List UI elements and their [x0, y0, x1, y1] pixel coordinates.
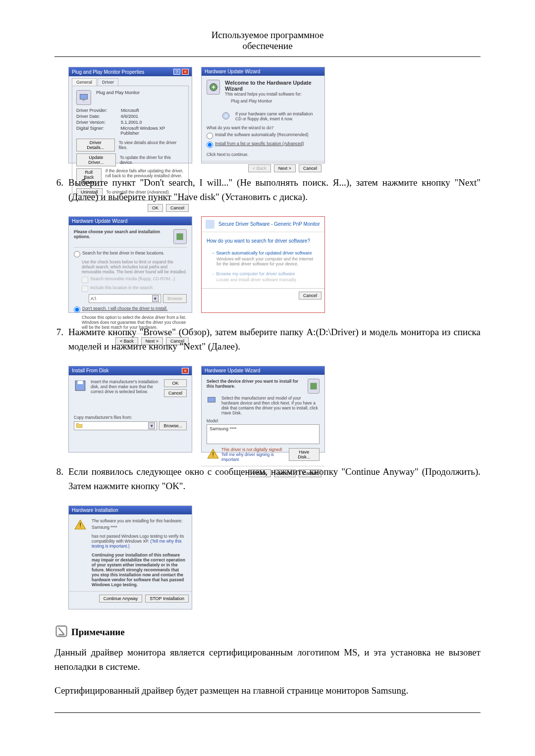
copy-from-label: Copy manufacturer's files from:	[74, 415, 187, 420]
step-text: Нажмите кнопку "Browse" (Обзор), затем в…	[68, 325, 481, 354]
monitor-icon	[76, 90, 91, 105]
svg-rect-9	[208, 397, 215, 402]
figure-install-from-disk: Install From Disk × Insert the manufactu…	[68, 366, 192, 453]
opt-auto-desc: Windows will search your computer and th…	[216, 256, 316, 266]
question: How do you want to search for driver sof…	[207, 238, 320, 244]
model-list[interactable]: Samsung ****	[207, 424, 320, 444]
dont-search-label: Don't search. I will choose the driver t…	[82, 306, 167, 311]
install-auto-radio[interactable]	[207, 133, 213, 139]
figure-hardware-update-wizard-welcome: Hardware Update Wizard Welcome to the Ha…	[201, 67, 325, 163]
cancel-button[interactable]: Cancel	[299, 164, 321, 172]
wizard-icon	[207, 80, 220, 95]
step-number: 8.	[54, 464, 68, 494]
opt-browse-desc: Locate and install driver software manua…	[216, 277, 316, 282]
folder-icon	[76, 422, 83, 429]
close-icon[interactable]: ×	[182, 69, 189, 75]
chevron-down-icon[interactable]: ▾	[148, 422, 155, 429]
select-heading: Select the device driver you want to ins…	[207, 379, 303, 389]
browse-button[interactable]: Browse...	[159, 421, 187, 430]
date-label: Driver Date:	[76, 114, 116, 119]
cd-icon	[221, 111, 230, 121]
figure-hardware-installation-warning: Hardware Installation ! The software you…	[68, 505, 192, 609]
warning-icon: !	[207, 448, 219, 461]
wizard-icon	[173, 229, 187, 244]
help-icon[interactable]: ?	[173, 69, 180, 75]
welcome-device: Plug and Play Monitor	[231, 99, 320, 103]
not-signed-warn: This driver is not digitally signed!	[221, 447, 287, 452]
note-label: Примечание	[71, 627, 125, 638]
step-number: 7.	[54, 325, 68, 354]
update-driver-button[interactable]: Update Driver...	[76, 153, 116, 166]
svg-rect-8	[310, 383, 317, 389]
chevron-down-icon: ▾	[152, 295, 159, 302]
crumb: Secure Driver Software - Generic PnP Mon…	[218, 221, 320, 227]
figure-vista-search: Secure Driver Software - Generic PnP Mon…	[201, 216, 325, 313]
tab-driver[interactable]: Driver	[98, 78, 118, 86]
signer-value: Microsoft Windows XP Publisher	[120, 126, 184, 136]
include-location-label: Include this location in the search:	[90, 285, 154, 290]
ok-button[interactable]: OK	[164, 379, 187, 387]
browse-button: Browse	[163, 294, 187, 303]
step-text: Выберите пункт "Don't search, I will..."…	[68, 175, 481, 204]
have-disk-button[interactable]: Have Disk...	[289, 448, 320, 461]
device-heading: Plug and Play Monitor	[96, 90, 140, 95]
titlebar: Hardware Update Wizard	[202, 67, 324, 76]
svg-rect-5	[177, 233, 183, 240]
stop-installation-button[interactable]: STOP Installation	[145, 595, 189, 603]
figure-search-options: Hardware Update Wizard Please choose you…	[68, 216, 192, 313]
search-removable-check	[82, 277, 88, 283]
version-label: Driver Version:	[76, 120, 116, 125]
monitor-icon	[207, 396, 216, 406]
window-title: Install From Disk	[72, 368, 108, 373]
close-icon[interactable]: ×	[182, 368, 189, 374]
search-best-radio[interactable]	[74, 251, 80, 257]
warning-icon: !	[74, 518, 87, 587]
header-line-1: Используемое программное	[54, 30, 481, 41]
install-auto-label: Install the software automatically (Reco…	[215, 132, 309, 137]
opt-auto-title[interactable]: → Search automatically for updated drive…	[211, 251, 316, 255]
svg-rect-0	[80, 94, 88, 99]
window-title: Hardware Update Wizard	[205, 368, 260, 373]
click-next-hint: Click Next to continue.	[207, 152, 320, 157]
provider-label: Driver Provider:	[76, 108, 116, 113]
search-removable-label: Search removable media (floppy, CD-ROM..…	[90, 276, 175, 281]
install-list-radio[interactable]	[207, 142, 213, 148]
details-desc: To view details about the driver files.	[119, 140, 184, 150]
page-header: Используемое программное обеспечение	[54, 25, 481, 57]
next-button[interactable]: Next >	[274, 164, 296, 172]
cancel-button[interactable]: Cancel	[164, 389, 187, 397]
version-value: 5.1.2001.0	[121, 120, 142, 125]
window-title: Plug and Play Monitor Properties	[72, 69, 144, 75]
svg-text:!: !	[79, 521, 81, 529]
install-list-label: Install from a list or specific location…	[215, 141, 304, 146]
warn-line1: The software you are installing for this…	[92, 518, 187, 523]
opt-browse-title[interactable]: → Browse my computer for driver software	[211, 271, 316, 276]
warn-device: Samsung ****	[92, 525, 187, 530]
svg-text:!: !	[212, 451, 214, 458]
step-6: 6. Выберите пункт "Don't search, I will.…	[54, 175, 481, 204]
cancel-button[interactable]: Cancel	[166, 204, 189, 212]
figure-select-driver: Hardware Update Wizard Select the device…	[201, 366, 325, 453]
update-desc: To update the driver for this device.	[120, 155, 184, 165]
select-desc: Select the manufacturer and model of you…	[221, 396, 320, 415]
tab-general[interactable]: General	[72, 78, 97, 86]
ok-button[interactable]: OK	[148, 204, 163, 212]
search-heading: Please choose your search and installati…	[74, 229, 168, 239]
step-text: Если появилось следующее окно с сообщени…	[68, 464, 481, 494]
signing-link[interactable]: Tell me why driver signing is important	[221, 452, 274, 462]
wizard-icon	[308, 379, 320, 394]
driver-details-button[interactable]: Driver Details...	[76, 139, 115, 151]
disk-msg: Insert the manufacturer's installation d…	[91, 379, 160, 397]
step-8: 8. Если появилось следующее окно с сообщ…	[54, 464, 481, 494]
window-title: Hardware Update Wizard	[72, 218, 127, 224]
wizard-ask: What do you want the wizard to do?	[207, 125, 320, 130]
welcome-sub: This wizard helps you install software f…	[225, 92, 320, 97]
cancel-button[interactable]: Cancel	[299, 292, 321, 300]
warn-para: Continuing your installation of this sof…	[92, 553, 187, 587]
copy-from-dropdown[interactable]: ▾	[74, 421, 157, 430]
titlebar: Plug and Play Monitor Properties ? ×	[69, 67, 192, 76]
continue-anyway-button[interactable]: Continue Anyway	[99, 595, 143, 603]
note-heading: Примечание	[54, 624, 481, 640]
dont-search-radio[interactable]	[74, 306, 80, 313]
figure-monitor-properties: Plug and Play Monitor Properties ? × Gen…	[68, 67, 192, 163]
